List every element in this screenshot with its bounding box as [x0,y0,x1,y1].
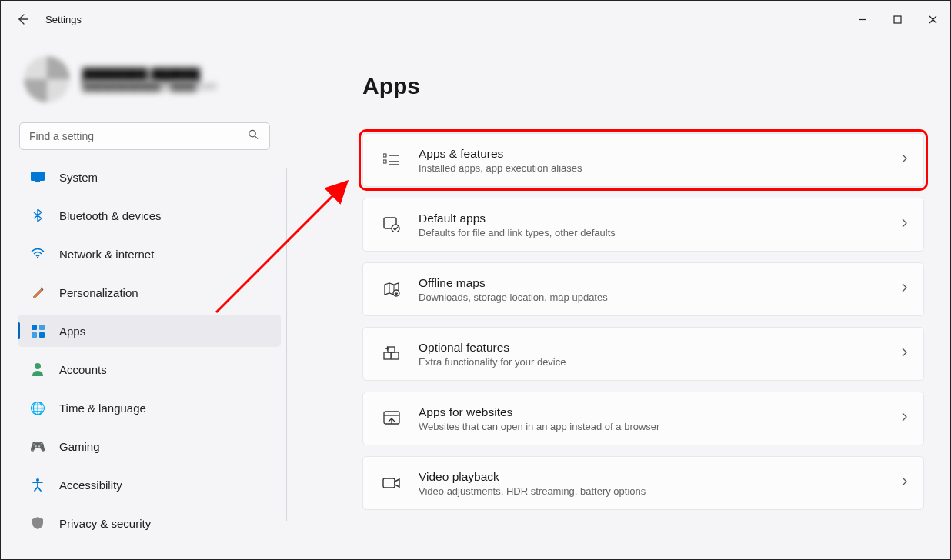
svg-rect-26 [383,478,395,488]
shield-icon [30,515,45,531]
svg-rect-21 [384,352,391,359]
sidebar-item-time-language[interactable]: 🌐 Time & language [18,392,281,424]
user-name: ████████ ██████ [82,68,216,81]
sidebar-item-system[interactable]: System [18,161,281,193]
card-title: Default apps [419,212,616,225]
chevron-right-icon [900,282,908,296]
card-title: Optional features [419,341,566,355]
page-title: Apps [362,73,924,99]
sidebar-item-label: Personalization [59,286,138,299]
svg-rect-9 [32,332,37,338]
svg-rect-8 [39,325,45,330]
card-desc: Video adjustments, HDR streaming, batter… [419,485,646,497]
avatar[interactable] [24,56,70,102]
chevron-right-icon [900,153,908,167]
sidebar-item-label: Apps [59,325,85,338]
svg-rect-7 [32,325,37,330]
chevron-right-icon [900,218,908,232]
svg-rect-5 [35,181,40,182]
search-icon [248,129,259,144]
chevron-right-icon [900,412,908,425]
person-icon [30,362,45,377]
svg-rect-22 [392,352,399,359]
titlebar: Settings [1,1,950,38]
paintbrush-icon [30,285,45,300]
card-video-playback[interactable]: Video playback Video adjustments, HDR st… [362,456,924,510]
svg-rect-4 [31,172,45,181]
sidebar-item-label: Accounts [59,363,107,376]
list-icon [380,148,403,172]
sidebar-item-bluetooth[interactable]: Bluetooth & devices [18,199,281,232]
minimize-button[interactable] [844,7,879,32]
optional-features-icon [380,342,403,365]
sidebar-item-accounts[interactable]: Accounts [18,353,281,385]
close-button[interactable] [915,7,950,32]
sidebar-item-apps[interactable]: Apps [18,315,281,347]
card-apps-for-websites[interactable]: Apps for websites Websites that can open… [362,392,924,445]
apps-icon [30,323,45,338]
svg-rect-23 [388,347,395,352]
svg-point-19 [392,225,399,232]
apps-websites-icon [380,407,403,430]
bluetooth-icon [30,208,45,223]
back-button[interactable] [13,10,32,28]
card-desc: Downloads, storage location, map updates [419,292,608,303]
card-desc: Extra functionality for your device [419,356,566,368]
card-desc: Defaults for file and link types, other … [419,227,616,238]
sidebar-item-label: Accessibility [59,478,122,492]
svg-point-2 [249,130,255,136]
svg-rect-15 [383,160,386,163]
card-optional-features[interactable]: Optional features Extra functionality fo… [362,327,924,381]
chevron-right-icon [900,476,908,490]
card-desc: Websites that can open in an app instead… [419,421,659,432]
accessibility-icon [30,477,45,492]
card-title: Video playback [419,470,646,484]
card-offline-maps[interactable]: Offline maps Downloads, storage location… [362,262,924,316]
sidebar-item-gaming[interactable]: 🎮 Gaming [18,430,281,462]
svg-rect-10 [39,332,45,338]
sidebar-item-network[interactable]: Network & internet [18,238,281,270]
user-email: ████████████@████.com [82,81,216,92]
window-title: Settings [45,14,82,25]
sidebar-item-label: Network & internet [59,248,154,261]
card-desc: Installed apps, app execution aliases [419,162,582,174]
svg-point-6 [37,257,38,258]
card-title: Offline maps [419,276,608,290]
search-input[interactable] [19,122,270,150]
nav-list: System Bluetooth & devices Network & int… [18,161,281,545]
sidebar-item-label: Time & language [59,402,146,415]
card-default-apps[interactable]: Default apps Defaults for file and link … [362,198,924,252]
svg-rect-1 [894,16,901,23]
card-title: Apps & features [419,147,582,161]
maximize-button[interactable] [879,7,915,32]
display-icon [30,169,45,185]
gamepad-icon: 🎮 [30,438,45,454]
map-icon [380,278,403,301]
chevron-right-icon [900,347,908,361]
svg-rect-13 [383,154,386,157]
svg-line-3 [255,136,258,139]
svg-point-12 [36,478,39,482]
globe-icon: 🌐 [30,400,45,415]
sidebar: ████████ ██████ ████████████@████.com Sy… [1,38,285,559]
video-icon [380,472,403,495]
sidebar-item-accessibility[interactable]: Accessibility [18,468,281,501]
wifi-icon [30,246,45,262]
sidebar-item-personalization[interactable]: Personalization [18,276,281,308]
sidebar-item-label: System [59,171,98,184]
sidebar-item-privacy[interactable]: Privacy & security [18,507,281,539]
sidebar-item-label: Bluetooth & devices [59,209,162,222]
sidebar-item-label: Privacy & security [59,517,151,530]
svg-point-11 [35,363,41,369]
default-apps-icon [380,213,403,236]
main-content: Apps Apps & features Installed apps, app… [285,38,950,559]
card-title: Apps for websites [419,405,659,419]
sidebar-item-label: Gaming [59,440,100,453]
card-apps-features[interactable]: Apps & features Installed apps, app exec… [362,133,924,187]
